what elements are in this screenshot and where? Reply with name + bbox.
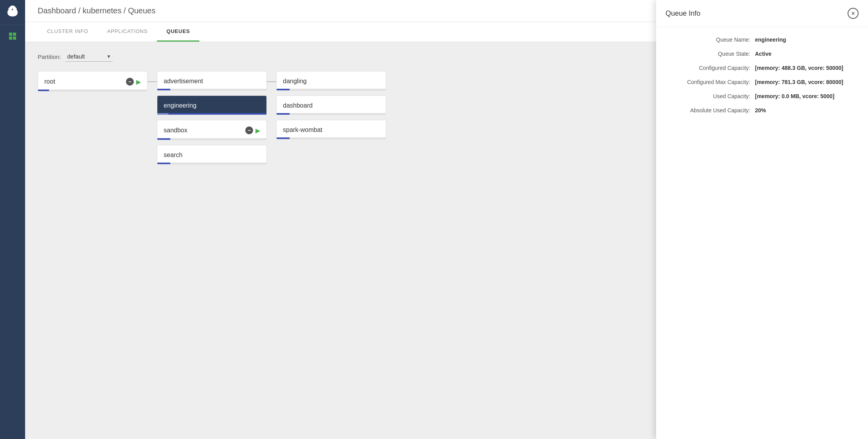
queue-progress-fill-sandbox <box>157 138 170 140</box>
info-label-queue-state: Queue State: <box>669 51 755 57</box>
info-label-configured-capacity: Configured Capacity: <box>669 65 755 71</box>
info-value-configured-capacity: [memory: 488.3 GB, vcore: 50000] <box>755 65 843 71</box>
info-value-configured-max-capacity: [memory: 781.3 GB, vcore: 80000] <box>755 79 843 85</box>
breadcrumb: Dashboard / kubernetes / Queues <box>38 6 155 15</box>
queue-progress-fill-search <box>157 163 170 164</box>
queue-card-sandbox-header: sandbox − ▶ <box>164 126 260 134</box>
logo-icon <box>5 4 20 21</box>
queue-card-engineering[interactable]: engineering <box>157 95 267 115</box>
expand-arrow-sandbox[interactable]: ▶ <box>255 127 260 134</box>
info-label-used-capacity: Used Capacity: <box>669 93 755 99</box>
queue-progress-sandbox <box>157 138 266 140</box>
queue-card-dangling-name: dangling <box>283 78 307 85</box>
queue-info-header: Queue Info × <box>656 0 868 27</box>
partition-select[interactable]: default <box>66 51 113 62</box>
queue-progress-fill-root <box>38 90 49 91</box>
queue-column-level2: advertisement engineering <box>157 71 267 165</box>
expand-arrow-root[interactable]: ▶ <box>136 78 141 86</box>
queue-progress-engineering <box>157 113 266 115</box>
close-button[interactable]: × <box>848 8 859 19</box>
connector-l2-l3 <box>267 71 276 82</box>
info-row-configured-capacity: Configured Capacity: [memory: 488.3 GB, … <box>669 65 855 71</box>
info-row-configured-max-capacity: Configured Max Capacity: [memory: 781.3 … <box>669 79 855 85</box>
queue-progress-search <box>157 163 266 164</box>
queue-card-dashboard-header: dashboard <box>283 102 379 109</box>
queue-progress-fill-spark-wombat <box>277 137 290 139</box>
queue-card-root-header: root − ▶ <box>44 78 141 86</box>
queue-progress-fill-advertisement <box>157 89 170 90</box>
queue-card-engineering-header: engineering <box>164 102 260 109</box>
queue-column-root: root − ▶ <box>38 71 148 91</box>
queue-card-dangling[interactable]: dangling <box>276 71 386 91</box>
queue-progress-root <box>38 90 147 91</box>
queue-card-root-name: root <box>44 78 55 85</box>
sidebar-logo <box>0 0 25 25</box>
tab-applications[interactable]: APPLICATIONS <box>98 22 157 42</box>
queue-card-advertisement-name: advertisement <box>164 78 203 85</box>
queue-card-sandbox[interactable]: sandbox − ▶ <box>157 120 267 140</box>
queue-card-advertisement-header: advertisement <box>164 78 260 85</box>
partition-label: Partition: <box>38 53 61 60</box>
queue-card-root-controls: − ▶ <box>126 78 141 86</box>
queue-card-search[interactable]: search <box>157 145 267 165</box>
queue-info-panel: Queue Info × Queue Name: engineering Que… <box>656 0 868 439</box>
partition-select-wrapper: default ▼ <box>66 51 113 62</box>
queue-progress-fill-dangling <box>277 89 290 90</box>
queue-card-engineering-name: engineering <box>164 102 197 109</box>
queue-card-sandbox-controls: − ▶ <box>245 126 260 134</box>
queue-card-root[interactable]: root − ▶ <box>38 71 148 91</box>
collapse-icon-sandbox[interactable]: − <box>245 126 253 134</box>
connector-line <box>148 81 157 82</box>
info-row-queue-state: Queue State: Active <box>669 51 855 57</box>
info-value-queue-name: engineering <box>755 37 786 43</box>
tab-cluster-info[interactable]: CLUSTER INFO <box>38 22 98 42</box>
info-label-absolute-used-capacity: Absolute Used Capacity: <box>669 107 755 113</box>
info-value-absolute-used-capacity: 20% <box>755 107 766 113</box>
queue-progress-dangling <box>277 89 386 90</box>
info-label-queue-name: Queue Name: <box>669 37 755 43</box>
sidebar <box>0 0 25 439</box>
tab-queues[interactable]: QUEUES <box>157 22 199 42</box>
sidebar-item-dashboard[interactable] <box>0 25 25 47</box>
info-row-queue-name: Queue Name: engineering <box>669 37 855 43</box>
info-value-queue-state: Active <box>755 51 771 57</box>
connector-root-l2 <box>148 71 157 82</box>
info-row-absolute-used-capacity: Absolute Used Capacity: 20% <box>669 107 855 113</box>
queue-progress-dashboard <box>277 113 386 115</box>
queue-progress-fill-dashboard <box>277 113 290 115</box>
info-row-used-capacity: Used Capacity: [memory: 0.0 MB, vcore: 5… <box>669 93 855 99</box>
queue-card-dashboard[interactable]: dashboard <box>276 95 386 115</box>
queue-progress-fill-engineering <box>157 113 168 115</box>
connector-line-2 <box>267 81 276 82</box>
queue-progress-spark-wombat <box>277 137 386 139</box>
collapse-icon-root[interactable]: − <box>126 78 134 86</box>
queue-info-title: Queue Info <box>666 9 700 18</box>
queue-card-sandbox-name: sandbox <box>164 127 188 134</box>
queue-card-spark-wombat-name: spark-wombat <box>283 126 322 134</box>
queue-card-dashboard-name: dashboard <box>283 102 313 109</box>
queue-card-advertisement[interactable]: advertisement <box>157 71 267 91</box>
info-label-configured-max-capacity: Configured Max Capacity: <box>669 79 755 85</box>
queue-progress-advertisement <box>157 89 266 90</box>
queue-column-level3: dangling dashboard <box>276 71 386 139</box>
queue-card-search-name: search <box>164 152 182 159</box>
queue-card-spark-wombat-header: spark-wombat <box>283 126 379 134</box>
queue-info-body: Queue Name: engineering Queue State: Act… <box>656 27 868 131</box>
queue-card-search-header: search <box>164 152 260 159</box>
queue-card-spark-wombat[interactable]: spark-wombat <box>276 120 386 139</box>
queue-card-dangling-header: dangling <box>283 78 379 85</box>
info-value-used-capacity: [memory: 0.0 MB, vcore: 5000] <box>755 93 834 99</box>
